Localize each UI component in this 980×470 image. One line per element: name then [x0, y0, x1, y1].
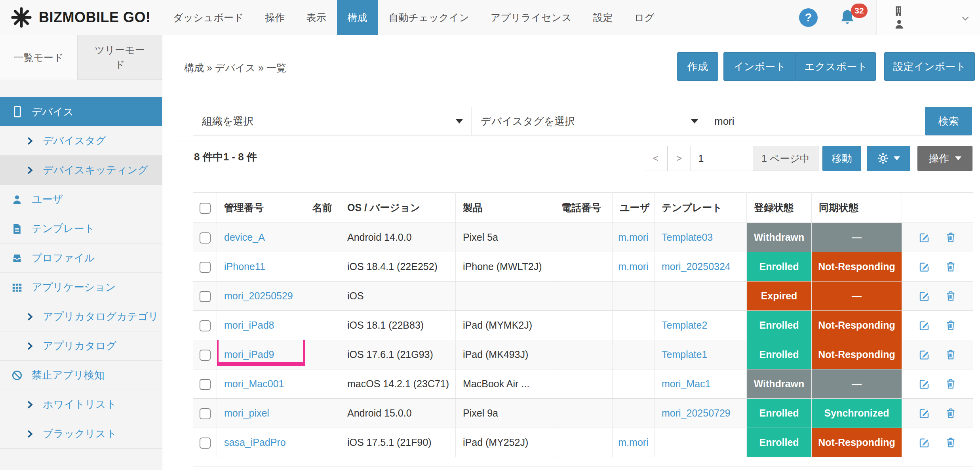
edit-button[interactable] — [918, 437, 930, 449]
nav-item-app-license[interactable]: アプリライセンス — [480, 0, 582, 35]
nav-item-operation[interactable]: 操作 — [255, 0, 296, 35]
template-link[interactable]: Template1 — [662, 349, 707, 360]
edit-button[interactable] — [918, 261, 930, 273]
phone-cell — [554, 252, 613, 282]
sidebar-item-profile[interactable]: プロファイル — [0, 244, 162, 273]
trash-icon — [945, 378, 957, 390]
device-link[interactable]: mori_Mac001 — [224, 378, 284, 389]
sidebar-item-prohibited-app-detection[interactable]: 禁止アプリ検知 — [0, 361, 162, 390]
row-checkbox[interactable] — [200, 291, 211, 302]
user-link[interactable]: m.mori — [618, 261, 648, 272]
notification-badge: 32 — [851, 4, 868, 18]
search-input[interactable] — [707, 107, 925, 135]
sync-status-cell: Not-Responding — [812, 311, 902, 340]
registration-status-cell: Enrolled — [747, 252, 812, 282]
chevron-right-icon — [25, 165, 35, 175]
template-link[interactable]: mori_Mac1 — [662, 378, 711, 389]
nav-item-configuration[interactable]: 構成 — [337, 0, 378, 35]
delete-button[interactable] — [945, 320, 957, 331]
brand-logo[interactable]: BIZMOBILE GO! — [0, 0, 162, 35]
template-link[interactable]: Template2 — [662, 320, 707, 331]
device-link[interactable]: mori_iPad8 — [224, 320, 274, 331]
edit-button[interactable] — [918, 232, 930, 244]
nav-item-dashboard[interactable]: ダッシュボード — [162, 0, 255, 35]
nav-item-settings[interactable]: 設定 — [582, 0, 624, 35]
row-checkbox[interactable] — [200, 350, 211, 361]
user-link[interactable]: m.mori — [618, 232, 648, 243]
select-all-checkbox[interactable] — [200, 203, 211, 214]
go-button[interactable]: 移動 — [822, 146, 861, 171]
device-link[interactable]: mori_iPad9 — [224, 349, 274, 360]
device-link[interactable]: mori_20250529 — [224, 290, 293, 301]
user-menu[interactable] — [876, 0, 980, 35]
sidebar-item-whitelist[interactable]: ホワイトリスト — [0, 390, 162, 419]
device-link[interactable]: mori_pixel — [224, 407, 269, 419]
next-page-button[interactable]: > — [667, 146, 691, 171]
sidebar-item-template[interactable]: テンプレート — [0, 214, 162, 244]
sidebar-item-device-kitting[interactable]: デバイスキッティング — [0, 156, 162, 185]
org-select[interactable]: 組織を選択 — [193, 107, 472, 135]
sidebar-item-application[interactable]: アプリケーション — [0, 273, 162, 302]
delete-button[interactable] — [945, 232, 957, 244]
sidebar-tabs: 一覧モード ツリーモード — [0, 35, 162, 80]
help-button[interactable]: ? — [799, 8, 818, 27]
search-button[interactable]: 検索 — [925, 107, 972, 135]
main-nav: ダッシュボード 操作 表示 構成 自動チェックイン アプリライセンス 設定 ログ — [162, 0, 665, 35]
edit-button[interactable] — [918, 407, 930, 419]
chevron-down-icon — [960, 13, 970, 23]
row-checkbox[interactable] — [200, 408, 211, 419]
delete-button[interactable] — [945, 261, 957, 273]
columns-settings-button[interactable] — [867, 146, 910, 171]
sidebar-item-blacklist[interactable]: ブラックリスト — [0, 419, 162, 449]
row-checkbox[interactable] — [200, 262, 211, 273]
prev-page-button[interactable]: < — [644, 146, 668, 171]
user-link[interactable]: m.mori — [618, 437, 648, 448]
nav-item-display[interactable]: 表示 — [296, 0, 337, 35]
device-link[interactable]: device_A — [224, 232, 265, 243]
product-cell: Pixel 5a — [456, 223, 554, 252]
registration-status-cell: Expired — [747, 282, 812, 311]
row-checkbox[interactable] — [200, 379, 211, 390]
sidebar-item-user[interactable]: ユーザ — [0, 185, 162, 214]
operation-button[interactable]: 操作 — [917, 146, 972, 171]
trash-icon — [945, 349, 957, 361]
name-cell — [305, 340, 340, 369]
delete-button[interactable] — [945, 378, 957, 390]
delete-button[interactable] — [945, 407, 957, 419]
col-header-sync-status: 同期状態 — [812, 193, 902, 223]
notifications-button[interactable]: 32 — [838, 8, 856, 27]
tab-list-mode[interactable]: 一覧モード — [0, 35, 78, 80]
trash-icon — [945, 320, 957, 331]
delete-button[interactable] — [945, 349, 957, 361]
template-link[interactable]: Template03 — [662, 232, 713, 243]
os-cell: Android 15.0.0 — [340, 399, 456, 428]
os-cell: iOS 18.4.1 (22E252) — [340, 252, 456, 282]
edit-button[interactable] — [918, 349, 930, 361]
page-input[interactable] — [691, 146, 753, 171]
table-row-highlighted: mori_iPad9 iOS 17.6.1 (21G93) iPad (MK49… — [193, 340, 973, 369]
chevron-right-icon — [25, 312, 35, 322]
sidebar-item-app-catalog-category[interactable]: アプリカタログカテゴリ — [0, 302, 162, 331]
nav-item-log[interactable]: ログ — [624, 0, 665, 35]
row-checkbox[interactable] — [200, 232, 211, 244]
delete-button[interactable] — [945, 290, 957, 302]
edit-button[interactable] — [918, 320, 930, 331]
sync-status-cell: — — [812, 369, 902, 399]
delete-button[interactable] — [945, 437, 957, 449]
tab-tree-mode[interactable]: ツリーモード — [78, 35, 162, 80]
nav-item-auto-checkin[interactable]: 自動チェックイン — [378, 0, 480, 35]
row-checkbox[interactable] — [200, 438, 211, 449]
device-link[interactable]: sasa_iPadPro — [224, 437, 286, 448]
edit-button[interactable] — [918, 378, 930, 390]
sidebar-item-device[interactable]: デバイス — [0, 97, 162, 126]
device-tag-select[interactable]: デバイスタグを選択 — [472, 107, 707, 135]
row-checkbox[interactable] — [200, 320, 211, 331]
template-link[interactable]: mori_20250324 — [662, 261, 731, 272]
phone-cell — [554, 399, 613, 428]
sidebar-item-device-tag[interactable]: デバイスタグ — [0, 126, 162, 156]
os-cell: iOS 17.5.1 (21F90) — [340, 428, 456, 457]
edit-button[interactable] — [918, 290, 930, 302]
device-link[interactable]: iPhone11 — [224, 261, 265, 272]
template-link[interactable]: mori_20250729 — [662, 407, 731, 419]
sidebar-item-app-catalog[interactable]: アプリカタログ — [0, 331, 162, 361]
